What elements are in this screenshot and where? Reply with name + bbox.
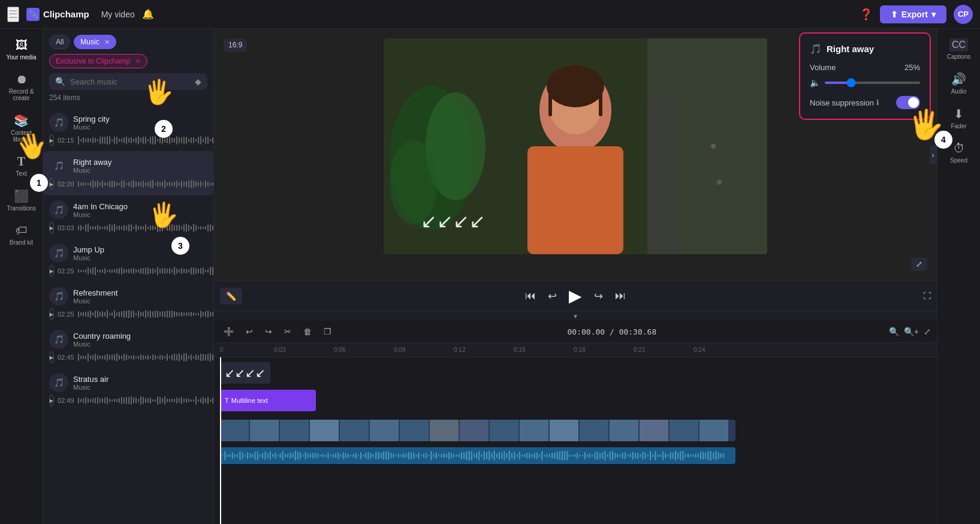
music-item-country-roaming[interactable]: 🎵 Country roaming Music ▶ 02:45 (43, 325, 213, 368)
thumb-16 (670, 420, 698, 441)
sidebar-label-content: Content library (5, 130, 38, 143)
right-item-audio[interactable]: 🔊 Audio (940, 67, 978, 100)
duration: 02:49 (58, 397, 74, 404)
diamond-icon[interactable]: ◆ (195, 77, 201, 86)
sidebar-item-brand-kit[interactable]: 🏷 Brand kit (2, 219, 41, 251)
volume-slider[interactable] (825, 82, 920, 84)
add-media-button[interactable]: ➕ (220, 324, 237, 339)
thumb-2 (250, 420, 279, 441)
fader-label: Fader (951, 123, 966, 130)
text-icon: T (17, 155, 25, 168)
panel-header: All Music ✕ Exclusive to Clipchamp ✕ 🔍 ◆ (43, 29, 213, 94)
ruler-mark-5: 0:15 (514, 347, 525, 353)
waveform (78, 309, 213, 319)
topbar: ☰ 📎 Clipchamp My video 🔔 ❓ ⬆ Export ▾ CP (0, 0, 980, 29)
transitions-icon: ⬛ (14, 189, 29, 203)
speed-label: Speed (950, 157, 967, 164)
filter-all[interactable]: All (49, 35, 70, 49)
total-time: 00:30.68 (619, 327, 657, 336)
sidebar-item-text[interactable]: T Text (2, 150, 41, 182)
waveform (78, 396, 213, 405)
filter-row: All Music ✕ (49, 35, 207, 49)
export-button[interactable]: ⬆ Export ▾ (880, 5, 946, 23)
thumb-9 (460, 420, 489, 441)
sidebar-item-content-library[interactable]: 📚 Content library (2, 109, 41, 147)
fit-button[interactable]: ⤢ (924, 327, 931, 336)
music-item-4am-chicago[interactable]: 🎵 4am In Chicago Music ▶ 03:03 (43, 195, 213, 239)
music-genre: Music (73, 297, 207, 305)
play-btn-right-away[interactable]: ▶ (49, 178, 54, 190)
search-input[interactable] (70, 77, 190, 86)
video-clip[interactable] (220, 420, 735, 441)
filter-music-close[interactable]: ✕ (104, 38, 110, 46)
thumb-7 (400, 420, 429, 441)
sidebar-item-your-media[interactable]: 🖼 Your media (2, 34, 41, 65)
timeline-collapse[interactable]: ▼ (214, 311, 937, 321)
notifications-icon[interactable]: 🔔 (142, 8, 154, 20)
skip-end-button[interactable]: ⏭ (615, 290, 626, 302)
redo-button[interactable]: ↪ (261, 324, 276, 339)
skip-start-button[interactable]: ⏮ (525, 290, 536, 302)
music-item-spring-city[interactable]: 🎵 Spring city Music ▶ 02:15 (43, 108, 213, 151)
play-btn-country[interactable]: ▶ (49, 351, 54, 363)
cut-button[interactable]: ✂ (281, 324, 295, 339)
music-item-right-away[interactable]: 🎵 Right away Music ▶ 02:20 Add to timeli… (43, 151, 213, 195)
text-clip[interactable]: T Multiline text (220, 390, 316, 411)
fullscreen-button[interactable]: ⛶ (923, 291, 931, 300)
music-item-jump-up[interactable]: 🎵 Jump Up Music ▶ 02:25 (43, 239, 213, 282)
right-item-fader[interactable]: ⬇ Fader (940, 102, 978, 134)
music-name: Jump Up (73, 245, 207, 254)
thumb-6 (370, 420, 399, 441)
fader-icon: ⬇ (954, 107, 964, 121)
music-note-icon: 🎵 (49, 287, 68, 306)
audio-props-music-icon: 🎵 (810, 43, 822, 55)
edit-mode-button[interactable]: ✏️ (220, 288, 242, 305)
right-item-captions[interactable]: CC Captions (940, 34, 978, 65)
timeline-ruler: 0 0:03 0:06 0:09 0:12 0:15 0:18 0:21 0:2… (214, 343, 937, 357)
sidebar-item-record-create[interactable]: ⏺ Record & create (2, 68, 41, 106)
filter-all-label: All (56, 38, 64, 46)
ruler-mark-0: 0 (220, 347, 224, 353)
play-btn-spring-city[interactable]: ▶ (49, 134, 54, 146)
play-btn-stratus[interactable]: ▶ (49, 394, 54, 406)
undo-button[interactable]: ↩ (242, 324, 257, 339)
play-btn-jump-up[interactable]: ▶ (49, 265, 54, 277)
collapse-panel-button[interactable]: › (930, 146, 937, 164)
right-item-speed[interactable]: ⏱ Speed (940, 137, 978, 168)
sidebar-item-transitions[interactable]: ⬛ Transitions (2, 184, 41, 216)
help-button[interactable]: ❓ (860, 8, 873, 21)
rewind-button[interactable]: ↩ (548, 290, 557, 303)
filter-exclusive-close[interactable]: ✕ (135, 57, 141, 65)
avatar[interactable]: CP (954, 5, 973, 24)
audio-clip[interactable]: // inline waveform SVG (220, 447, 735, 464)
zoom-in-button[interactable]: 🔍+ (904, 327, 919, 336)
ruler-mark-3: 0:09 (394, 347, 405, 353)
noise-suppression-toggle[interactable] (896, 96, 920, 109)
music-name: Spring city (73, 115, 207, 124)
video-title[interactable]: My video (101, 10, 135, 19)
hamburger-menu[interactable]: ☰ (7, 7, 19, 22)
music-note-icon: 🎵 (49, 243, 68, 263)
waveform (78, 135, 213, 145)
music-item-refreshment[interactable]: 🎵 Refreshment Music ▶ 02:25 (43, 282, 213, 325)
thumb-15 (640, 420, 668, 441)
play-btn-4am[interactable]: ▶ (49, 222, 54, 234)
filter-exclusive[interactable]: Exclusive to Clipchamp ✕ (49, 54, 147, 68)
play-pause-button[interactable]: ▶ (569, 286, 582, 306)
duplicate-button[interactable]: ❐ (320, 324, 335, 339)
export-label: Export (901, 10, 928, 19)
audio-waveform: // inline waveform SVG (222, 450, 732, 462)
forward-button[interactable]: ↪ (594, 290, 603, 303)
audio-props-title: Right away (827, 44, 874, 54)
thumb-10 (490, 420, 518, 441)
music-note-icon: 🎵 (49, 373, 68, 392)
play-btn-refreshment[interactable]: ▶ (49, 308, 54, 320)
music-item-stratus-air[interactable]: 🎵 Stratus air Music ▶ 02:49 (43, 368, 213, 411)
delete-button[interactable]: 🗑 (300, 324, 315, 339)
expand-button[interactable]: ⤢ (911, 257, 927, 271)
zoom-out-button[interactable]: 🔍 (889, 327, 899, 336)
arrows-icon: ↙↙↙↙ (225, 366, 266, 380)
filter-music[interactable]: Music ✕ (74, 35, 116, 49)
thumb-14 (610, 420, 638, 441)
arrow-clip[interactable]: ↙↙↙↙ (220, 362, 270, 384)
